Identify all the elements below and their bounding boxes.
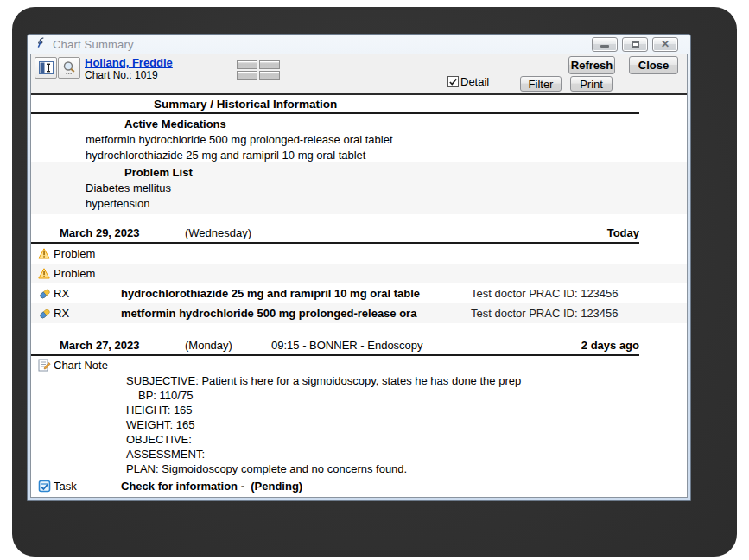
filter-button[interactable]: Filter (520, 76, 562, 92)
date-header-row: March 27, 2023 (Monday) 09:15 - BONNER -… (31, 335, 639, 354)
rx-entry-row[interactable]: RX metformin hydrochloride 500 mg prolon… (31, 303, 687, 323)
rx-drug-name: hydrochlorothiazide 25 mg and ramipril 1… (121, 287, 471, 300)
task-entry-row[interactable]: Task Check for information - (Pending) (31, 476, 687, 496)
appointment-detail: 09:15 - BONNER - Endoscopy (271, 339, 581, 352)
close-button[interactable]: Close (629, 56, 678, 74)
note-line: PLAN: Sigmoidoscopy complete and no conc… (126, 461, 687, 476)
problem-entry-row[interactable]: Problem (31, 264, 687, 283)
entry-type-label: RX (54, 287, 121, 300)
relative-date-label: 2 days ago (581, 339, 639, 352)
close-icon: ✕ (661, 39, 670, 49)
note-line: ASSESSMENT: (126, 447, 687, 461)
rx-entry-row[interactable]: RX hydrochlorothiazide 25 mg and ramipri… (31, 283, 687, 303)
section-title: Active Medications (31, 114, 687, 132)
chart-note-entry-row[interactable]: Chart Note (31, 356, 687, 373)
toolbar: Holland, Freddie Chart No.: 1019 Detail … (31, 54, 687, 93)
entry-type-label: Chart Note (54, 359, 639, 372)
rx-drug-name: metformin hydrochloride 500 mg prolonged… (121, 307, 471, 320)
detail-checkbox-group: Detail (447, 75, 489, 88)
entry-type-label: RX (54, 307, 121, 320)
problem-entry-row[interactable]: Problem (31, 244, 687, 264)
window-controls: ✕ (592, 37, 683, 52)
section-problem-list: Problem List Diabetes mellitus hypertens… (31, 162, 687, 214)
detail-checkbox-label: Detail (460, 75, 489, 88)
medication-item[interactable]: hydrochlorothiazide 25 mg and ramipril 1… (31, 148, 687, 163)
problem-item[interactable]: hypertension (31, 196, 687, 212)
pill-icon (38, 307, 54, 321)
rx-prescriber: Test doctor PRAC ID: 123456 (471, 307, 639, 320)
date-group-march-27: March 27, 2023 (Monday) 09:15 - BONNER -… (31, 335, 687, 356)
titlebar[interactable]: Chart Summary ✕ (28, 35, 690, 54)
section-title: Problem List (31, 162, 687, 181)
panel-toggle-button[interactable] (35, 57, 57, 79)
entry-type-label: Problem (54, 247, 121, 260)
note-line: BP: 110/75 (126, 388, 687, 403)
print-button[interactable]: Print (570, 76, 613, 92)
search-button[interactable] (58, 57, 80, 79)
warning-triangle-icon (38, 248, 54, 259)
task-text: Check for information - (Pending) (121, 480, 471, 493)
chart-number: Chart No.: 1019 (85, 69, 173, 82)
entry-type-label: Task (54, 480, 121, 493)
pill-icon (38, 287, 54, 301)
date-label: March 27, 2023 (60, 339, 185, 352)
summary-header: Summary / Historical Information (31, 95, 687, 112)
minimize-icon (600, 45, 609, 48)
window-client-area: Holland, Freddie Chart No.: 1019 Detail … (30, 54, 688, 498)
chart-summary-window: Chart Summary ✕ (27, 34, 691, 501)
date-header-row: March 29, 2023 (Wednesday) Today (31, 223, 639, 242)
chart-summary-report: Summary / Historical Information Active … (31, 93, 687, 497)
note-line: OBJECTIVE: (126, 432, 687, 447)
maximize-button[interactable] (622, 37, 648, 52)
window-title: Chart Summary (53, 38, 134, 51)
maximize-icon (632, 41, 639, 48)
date-label: March 29, 2023 (60, 226, 185, 239)
weekday-label: (Wednesday) (185, 226, 271, 239)
note-line: SUBJECTIVE: Patient is here for a sigmoi… (126, 373, 687, 388)
note-pencil-icon (38, 359, 54, 372)
layout-grid-selector[interactable] (237, 60, 280, 80)
section-active-medications: Active Medications metformin hydrochlori… (31, 114, 687, 162)
checkmark-icon (448, 77, 458, 86)
panel-toggle-icon (39, 61, 54, 74)
date-group-march-29: March 29, 2023 (Wednesday) Today (31, 223, 687, 244)
rx-prescriber: Test doctor PRAC ID: 123456 (471, 287, 639, 300)
problem-item[interactable]: Diabetes mellitus (31, 181, 687, 196)
minimize-button[interactable] (592, 37, 618, 52)
entry-type-label: Problem (54, 267, 121, 280)
search-icon (62, 60, 77, 75)
layout-pane-top-left[interactable] (237, 60, 257, 69)
medication-item[interactable]: metformin hydrochloride 500 mg prolonged… (31, 132, 687, 148)
patient-name-link[interactable]: Holland, Freddie (85, 56, 173, 69)
chart-note-body: SUBJECTIVE: Patient is here for a sigmoi… (31, 373, 687, 476)
detail-checkbox[interactable] (447, 76, 459, 87)
layout-pane-top-right[interactable] (259, 60, 280, 69)
app-logo-icon (35, 36, 48, 53)
close-window-button[interactable]: ✕ (652, 37, 678, 52)
note-line: WEIGHT: 165 (126, 417, 687, 432)
refresh-button[interactable]: Refresh (568, 56, 615, 74)
relative-date-label: Today (607, 226, 639, 239)
layout-pane-bottom-right[interactable] (259, 71, 280, 80)
warning-triangle-icon (38, 268, 54, 279)
task-clipboard-icon (38, 480, 54, 493)
weekday-label: (Monday) (185, 339, 271, 352)
patient-info: Holland, Freddie Chart No.: 1019 (85, 56, 173, 82)
layout-pane-bottom-left[interactable] (237, 71, 257, 80)
note-line: HEIGHT: 165 (126, 403, 687, 417)
